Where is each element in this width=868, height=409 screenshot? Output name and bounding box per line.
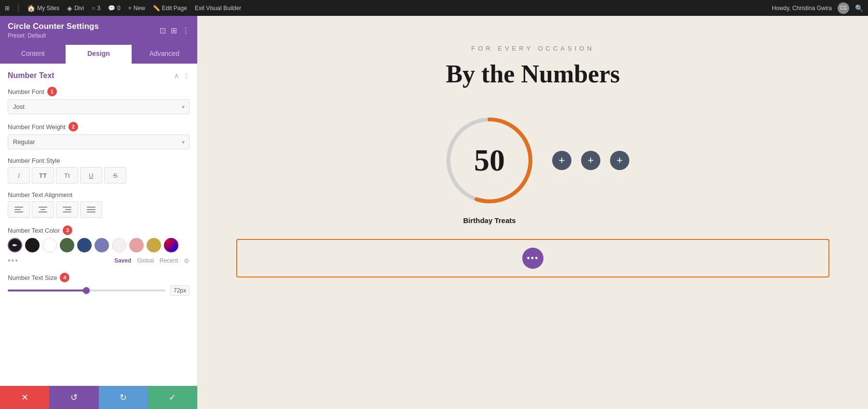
add-button-2[interactable]: +: [581, 151, 600, 170]
strikethrough-button[interactable]: S: [104, 167, 126, 184]
number-text-size-label: Number Text Size 4: [8, 273, 190, 282]
uppercase-button[interactable]: TT: [32, 167, 54, 184]
redo-button[interactable]: ↻: [99, 386, 148, 409]
cancel-button[interactable]: ✕: [0, 386, 49, 409]
focus-icon[interactable]: ⊡: [160, 26, 166, 35]
new-link[interactable]: + New: [128, 5, 145, 12]
number-font-select-wrapper: Jost: [8, 99, 190, 114]
section-main-title: By the Numbers: [217, 60, 849, 88]
bubble-icon: 💬: [108, 5, 115, 12]
sidebar-content: Number Text ∧ ⋮ Number Font 1 Jost: [0, 64, 197, 386]
number-font-style-group: Number Font Style I TT Tt U S: [8, 157, 190, 184]
sidebar-header: Circle Counter Settings Preset: Default …: [0, 16, 197, 45]
step-badge-3: 3: [63, 225, 72, 235]
slider-thumb[interactable]: [83, 287, 90, 294]
sidebar-panel: Circle Counter Settings Preset: Default …: [0, 16, 198, 409]
number-font-label: Number Font 1: [8, 87, 190, 96]
circle-icon: ○: [92, 5, 95, 12]
eyedropper-icon: ✒: [12, 241, 18, 249]
exit-builder-link[interactable]: Exit Visual Builder: [195, 5, 242, 12]
avatar: CG: [838, 2, 849, 14]
undo-button[interactable]: ↺: [49, 386, 98, 409]
align-justify-button[interactable]: [80, 201, 102, 218]
number-text-alignment-group: Number Text Alignment: [8, 191, 190, 218]
number-text-color-label: Number Text Color 3: [8, 225, 190, 235]
color-swatch-pink[interactable]: [129, 238, 144, 252]
color-swatch-lavender[interactable]: [95, 238, 109, 252]
color-swatch-multicolor[interactable]: [164, 238, 178, 252]
canvas-area: FOR EVERY OCCASION By the Numbers 50: [198, 16, 868, 409]
slider-value[interactable]: 72px: [170, 285, 190, 296]
number-font-weight-group: Number Font Weight 2 Regular: [8, 122, 190, 149]
layout-icon[interactable]: ⊞: [171, 26, 177, 35]
tab-content[interactable]: Content: [0, 45, 66, 64]
align-center-button[interactable]: [32, 201, 54, 218]
color-tab-recent[interactable]: Recent: [160, 257, 178, 264]
align-left-button[interactable]: [8, 201, 30, 218]
more-icon[interactable]: ⋮: [182, 26, 190, 35]
alignment-buttons: [8, 201, 190, 218]
sidebar-header-text: Circle Counter Settings Preset: Default: [8, 22, 99, 39]
three-dots-icon: •••: [527, 253, 539, 264]
sidebar-footer: ✕ ↺ ↻ ✓: [0, 386, 197, 409]
wp-logo-icon[interactable]: ⊞: [5, 5, 10, 12]
color-settings-icon[interactable]: ⚙: [184, 257, 190, 264]
tab-design[interactable]: Design: [66, 45, 131, 64]
slider-track[interactable]: [8, 290, 165, 291]
slider-fill: [8, 290, 86, 291]
capitalize-button[interactable]: Tt: [56, 167, 78, 184]
step-badge-1: 1: [47, 87, 57, 96]
color-swatch-white[interactable]: [42, 238, 57, 252]
color-tab-saved[interactable]: Saved: [114, 257, 131, 264]
slider-row: 72px: [8, 285, 190, 296]
number-text-alignment-label: Number Text Alignment: [8, 191, 190, 198]
underline-button[interactable]: U: [80, 167, 102, 184]
number-font-weight-label: Number Font Weight 2: [8, 122, 190, 132]
add-button-1[interactable]: +: [552, 151, 571, 170]
confirm-button[interactable]: ✓: [148, 386, 197, 409]
plus-icon: +: [128, 5, 132, 12]
add-button-3[interactable]: +: [610, 151, 629, 170]
howdy-text: Howdy, Christina Gwira: [772, 5, 832, 12]
number-font-group: Number Font 1 Jost: [8, 87, 190, 114]
number-font-select[interactable]: Jost: [8, 99, 190, 114]
circle-svg-wrap: 50: [441, 112, 538, 209]
number-font-style-label: Number Font Style: [8, 157, 190, 164]
collapse-icon[interactable]: ∧: [174, 72, 179, 79]
my-sites-link[interactable]: 🏠 My Sites: [27, 4, 59, 12]
font-style-buttons: I TT Tt U S: [8, 167, 190, 184]
tab-advanced[interactable]: Advanced: [132, 45, 197, 64]
home-icon: 🏠: [27, 4, 35, 12]
bottom-section-box: •••: [236, 239, 829, 277]
sidebar-title: Circle Counter Settings: [8, 22, 99, 31]
edit-page-link[interactable]: ✏️ Edit Page: [153, 5, 187, 12]
comment-count-link[interactable]: ○ 3: [92, 5, 100, 12]
divi-link[interactable]: ◈ Divi: [67, 4, 84, 12]
number-text-title: Number Text: [8, 71, 54, 80]
counter-label: Birthday Treats: [463, 216, 515, 224]
color-swatch-gold[interactable]: [147, 238, 161, 252]
align-right-button[interactable]: [56, 201, 78, 218]
step-badge-4: 4: [60, 273, 69, 282]
color-swatch-navy[interactable]: [77, 238, 92, 252]
italic-button[interactable]: I: [8, 167, 30, 184]
number-text-color-group: Number Text Color 3 ✒: [8, 225, 190, 265]
page-section: FOR EVERY OCCASION By the Numbers 50: [198, 16, 868, 297]
color-more-dots[interactable]: •••: [8, 256, 19, 265]
number-text-section-heading: Number Text ∧ ⋮: [8, 71, 190, 80]
step-badge-2: 2: [68, 122, 78, 132]
color-swatch-cream[interactable]: [112, 238, 126, 252]
bubble-count-link[interactable]: 💬 0: [108, 5, 121, 12]
color-swatch-green[interactable]: [60, 238, 74, 252]
color-tab-global[interactable]: Global: [137, 257, 154, 264]
section-more-icon[interactable]: ⋮: [183, 72, 190, 79]
section-subtitle: FOR EVERY OCCASION: [217, 45, 849, 52]
main-layout: Circle Counter Settings Preset: Default …: [0, 16, 868, 409]
color-picker-button[interactable]: ✒: [8, 238, 22, 252]
section-controls: ∧ ⋮: [174, 72, 190, 79]
circle-counter-widget: 50 Birthday Treats: [436, 112, 542, 224]
number-font-weight-select[interactable]: Regular: [8, 134, 190, 149]
color-swatch-black[interactable]: [25, 238, 40, 252]
section-dots-button[interactable]: •••: [522, 248, 543, 269]
search-icon[interactable]: 🔍: [855, 4, 863, 12]
